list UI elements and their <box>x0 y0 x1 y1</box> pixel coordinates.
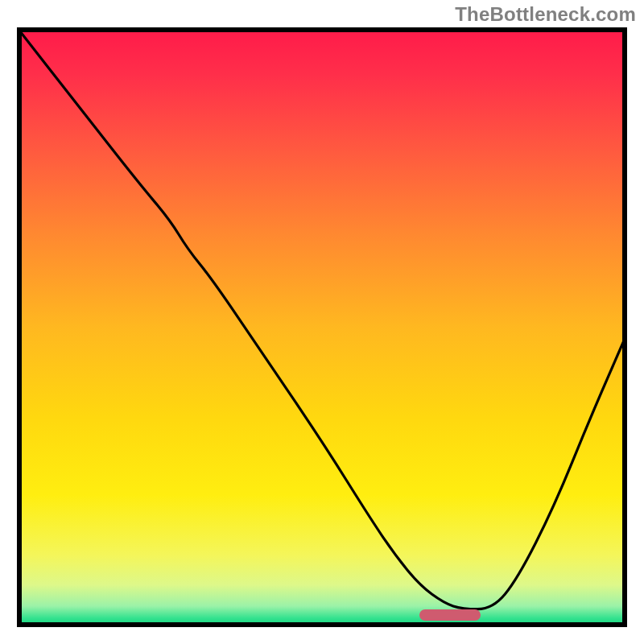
watermark-text: TheBottleneck.com <box>455 3 636 26</box>
plot-frame <box>17 27 627 627</box>
optimal-zone-marker <box>419 609 481 621</box>
chart-stage: TheBottleneck.com <box>0 0 644 644</box>
curve-layer <box>17 27 627 627</box>
bottleneck-curve <box>17 27 627 609</box>
